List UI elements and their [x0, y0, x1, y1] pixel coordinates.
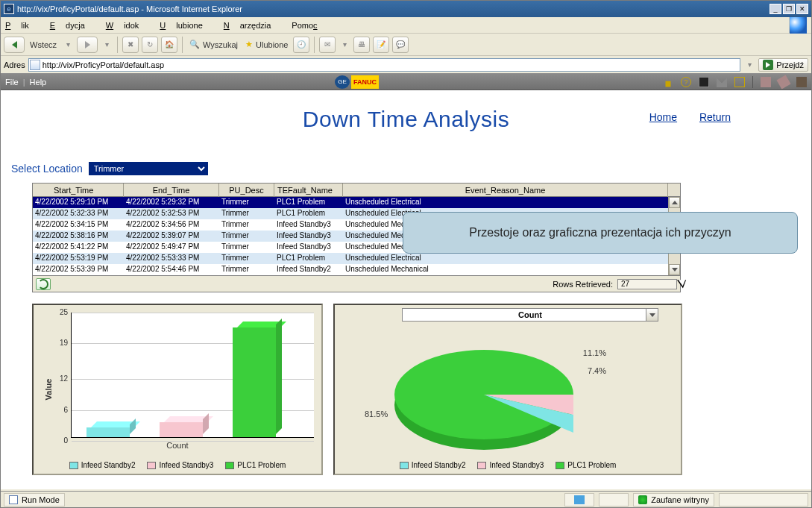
edit-icon[interactable]: [776, 75, 790, 89]
tools-icon[interactable]: [717, 77, 727, 87]
col-end[interactable]: End_Time: [124, 184, 219, 197]
back-history-dropdown[interactable]: ▾: [62, 37, 74, 53]
search-icon: 🔍: [189, 40, 200, 49]
shield-icon: [638, 495, 647, 504]
menu-ulubione[interactable]: Ulubione: [160, 21, 213, 30]
bar-y-label: Value: [44, 379, 53, 401]
select-location-label: Select Location: [11, 163, 83, 175]
exit-icon[interactable]: [734, 77, 745, 87]
portal-logo: GE FANUC: [335, 75, 379, 89]
discuss-button[interactable]: 💬: [392, 37, 409, 53]
cursor-icon: [679, 277, 690, 292]
menu-narzedzia[interactable]: Narzędzia: [224, 21, 282, 30]
user-icon[interactable]: [761, 77, 771, 87]
status-trusted-sites: Zaufane witryny: [633, 493, 714, 507]
bar-chart: Value Count Infeed Standby2 Infeed Stand…: [32, 304, 323, 475]
status-panel-3: [719, 493, 808, 507]
bar-plc1-problem: [233, 327, 276, 437]
forward-button[interactable]: [77, 37, 98, 53]
table-row[interactable]: 4/22/2002 5:53:19 PM4/22/2002 5:53:33 PM…: [33, 253, 680, 264]
col-reason[interactable]: Event_Reason_Name: [343, 184, 668, 197]
pie-label-green: 81.5%: [365, 410, 388, 418]
scroll-down-button[interactable]: [669, 264, 680, 275]
grid-refresh-button[interactable]: [36, 278, 51, 290]
back-button[interactable]: [4, 37, 25, 53]
pie-legend: Infeed Standby2 Infeed Standby3 PLC1 Pro…: [335, 461, 681, 469]
run-mode-icon: [9, 495, 18, 504]
table-row[interactable]: 4/22/2002 5:29:10 PM4/22/2002 5:29:32 PM…: [33, 197, 680, 208]
col-start[interactable]: Start_Time: [33, 184, 124, 197]
window-title: http://vix/ProficyPortal/default.asp - M…: [17, 4, 242, 13]
pie-plot-area: 11.1% 7.4% 81.5%: [365, 335, 651, 436]
page-links: Home Return: [630, 111, 731, 123]
ie-icon: e: [4, 4, 14, 14]
annotation-callout: Przestoje oraz graficzna prezentacja ich…: [403, 212, 798, 254]
table-row[interactable]: 4/22/2002 5:53:39 PM4/22/2002 5:54:46 PM…: [33, 264, 680, 275]
search-button[interactable]: 🔍Wyszukaj: [187, 40, 240, 49]
status-panel-2: [599, 493, 629, 507]
status-bar: Run Mode Zaufane witryny: [1, 491, 811, 507]
mail-button[interactable]: ✉: [319, 37, 336, 53]
portal-file-menu[interactable]: File: [5, 78, 19, 87]
nav-toolbar: Wstecz ▾ ▾ ✖ ↻ 🏠 🔍Wyszukaj ★Ulubione 🕘 ✉…: [1, 34, 811, 56]
menu-pomoc[interactable]: Pomoc: [292, 21, 327, 30]
minimize-button[interactable]: _: [769, 4, 781, 14]
ge-logo-icon: GE: [335, 75, 350, 89]
bar-infeed-standby2: [86, 427, 130, 437]
save-icon[interactable]: [699, 77, 709, 87]
bar-x-label: Count: [34, 441, 321, 450]
close-button[interactable]: ✕: [796, 4, 808, 14]
restore-button[interactable]: ❐: [783, 4, 795, 14]
status-panel-1: [564, 493, 594, 507]
menu-widok[interactable]: Widok: [106, 21, 150, 30]
address-input[interactable]: [28, 58, 741, 72]
chevron-down-icon: [646, 309, 658, 321]
lock-icon[interactable]: [663, 77, 673, 87]
go-button[interactable]: Przejdź: [758, 58, 808, 72]
refresh-button[interactable]: ↻: [142, 37, 158, 53]
grid-header: Start_Time End_Time PU_Desc TEFault_Name…: [33, 184, 680, 197]
portal-toolbar: File | Help GE FANUC ?: [1, 74, 811, 90]
location-select[interactable]: Trimmer: [89, 162, 208, 175]
stop-button[interactable]: ✖: [122, 37, 139, 53]
page-icon: [30, 60, 40, 70]
edit-button[interactable]: 📝: [373, 37, 389, 53]
mail-dropdown[interactable]: ▾: [339, 37, 350, 53]
menu-edycja[interactable]: Edycja: [50, 21, 95, 30]
home-button[interactable]: 🏠: [161, 37, 177, 53]
pie-label-pink: 11.1%: [583, 348, 606, 357]
scroll-up-button[interactable]: [669, 197, 680, 208]
print-button[interactable]: 🖶: [353, 37, 370, 53]
address-dropdown[interactable]: ▾: [743, 57, 755, 73]
return-link[interactable]: Return: [699, 111, 731, 123]
config-icon[interactable]: [796, 77, 807, 87]
favorites-button[interactable]: ★Ulubione: [243, 40, 290, 49]
pie-label-cyan: 7.4%: [588, 366, 606, 375]
bar-plot-area: [71, 313, 314, 438]
col-fault[interactable]: TEFault_Name: [274, 184, 343, 197]
menu-bar: Plik Edycja Widok Ulubione Narzędzia Pom…: [1, 17, 811, 34]
ie-logo-icon: [789, 17, 807, 34]
bar-legend: Infeed Standby2 Infeed Standby3 PLC1 Pro…: [34, 461, 321, 469]
menu-plik[interactable]: Plik: [5, 21, 40, 30]
address-label: Adres: [4, 60, 25, 69]
grid-footer: Rows Retrieved: 27: [33, 275, 680, 292]
portal-help-menu[interactable]: Help: [30, 78, 47, 87]
window-titlebar: e http://vix/ProficyPortal/default.asp -…: [1, 1, 811, 17]
pie-chart: Count 11.1% 7.4% 81.5% Infeed Standby2 I…: [333, 304, 682, 475]
forward-history-dropdown[interactable]: ▾: [101, 37, 113, 53]
rows-retrieved-value: 27: [617, 279, 677, 289]
page-content: Home Return Down Time Analysis Select Lo…: [1, 90, 811, 489]
address-bar: Adres ▾ Przejdź: [1, 56, 811, 74]
status-run-mode: Run Mode: [4, 493, 65, 507]
pie-metric-select[interactable]: Count: [402, 308, 658, 322]
back-label: Wstecz: [28, 40, 59, 49]
go-arrow-icon: [763, 60, 773, 70]
star-icon: ★: [245, 40, 253, 49]
home-link[interactable]: Home: [649, 111, 677, 123]
history-button[interactable]: 🕘: [293, 37, 309, 53]
help-icon[interactable]: ?: [681, 77, 691, 87]
col-pu[interactable]: PU_Desc: [219, 184, 274, 197]
fanuc-logo-icon: FANUC: [351, 75, 379, 89]
rows-retrieved-label: Rows Retrieved:: [553, 280, 613, 289]
